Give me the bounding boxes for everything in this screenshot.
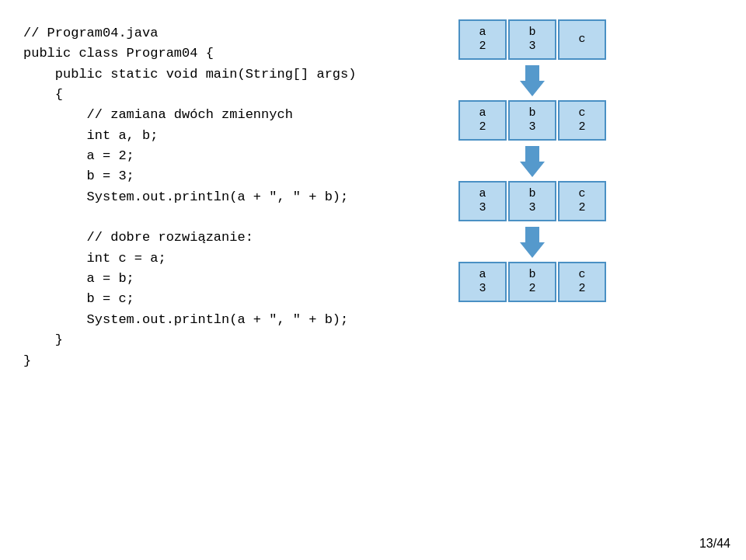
arrow-3-head [520,242,545,258]
value-b4: 2 [528,282,535,296]
value-a4: 3 [479,282,486,296]
value-a2: 2 [479,120,486,134]
code-line15: System.out.println(a + ", " + b); [23,312,348,327]
var-table-1: a 2 b 3 c [458,19,606,60]
label-b4: b [528,268,535,282]
label-c1: c [578,33,585,47]
label-c3: c [578,187,585,201]
code-line12: int c = a; [23,251,166,266]
page-number: 13/44 [699,537,730,551]
value-b3: 3 [528,201,535,215]
code-line3: public static void main(String[] args) [23,67,356,82]
arrow-3-shaft [525,227,539,242]
code-line14: b = c; [23,291,134,306]
code-section: // Program04.java public class Program04… [23,16,458,544]
value-c4: 2 [578,282,585,296]
arrow-2-head [520,162,545,177]
cell-b1: b 3 [508,19,556,60]
value-a1: 2 [479,40,486,54]
cell-c2: c 2 [558,100,606,141]
code-line5: // zamiana dwóch zmiennych [23,107,293,122]
code-line7: a = 2; [23,148,134,163]
cell-c1: c [558,19,606,60]
arrow-3 [520,227,545,258]
value-b2: 3 [528,120,535,134]
arrow-2 [520,146,545,177]
code-line11: // dobre rozwiązanie: [23,230,253,245]
value-c2: 2 [578,120,585,134]
cell-b3: b 3 [508,181,556,221]
code-line4: { [23,87,63,102]
code-line13: a = b; [23,271,134,286]
diagrams-section: a 2 b 3 c a 2 b 3 [458,16,606,544]
var-table-4: a 3 b 2 c 2 [458,262,606,302]
cell-b4: b 2 [508,262,556,302]
arrow-1-head [520,81,545,96]
code-line9: System.out.println(a + ", " + b); [23,190,348,204]
cell-a4: a 3 [458,262,507,302]
cell-a2: a 2 [458,100,507,141]
cell-c4: c 2 [558,262,606,302]
code-block: // Program04.java public class Program04… [23,23,458,371]
code-line2: public class Program04 { [23,46,214,61]
cell-c3: c 2 [558,181,606,221]
code-line16: } [23,332,63,347]
label-b1: b [528,26,535,40]
label-b3: b [528,187,535,201]
arrow-1-shaft [525,65,539,81]
cell-b2: b 3 [508,100,556,141]
var-table-2: a 2 b 3 c 2 [458,100,606,141]
var-table-3: a 3 b 3 c 2 [458,181,606,221]
code-line17: } [23,353,31,368]
code-line8: b = 3; [23,169,134,183]
code-line1: // Program04.java [23,26,158,40]
label-a4: a [479,268,486,282]
label-c4: c [578,268,585,282]
arrow-2-shaft [525,146,539,162]
value-a3: 3 [479,201,486,215]
value-c3: 2 [578,201,585,215]
label-b2: b [528,106,535,120]
main-container: // Program04.java public class Program04… [0,0,746,560]
value-b1: 3 [528,40,535,54]
label-a2: a [479,106,486,120]
label-c2: c [578,106,585,120]
cell-a1: a 2 [458,19,507,60]
label-a1: a [479,26,486,40]
label-a3: a [479,187,486,201]
arrow-1 [520,65,545,96]
code-line6: int a, b; [23,128,158,143]
cell-a3: a 3 [458,181,507,221]
